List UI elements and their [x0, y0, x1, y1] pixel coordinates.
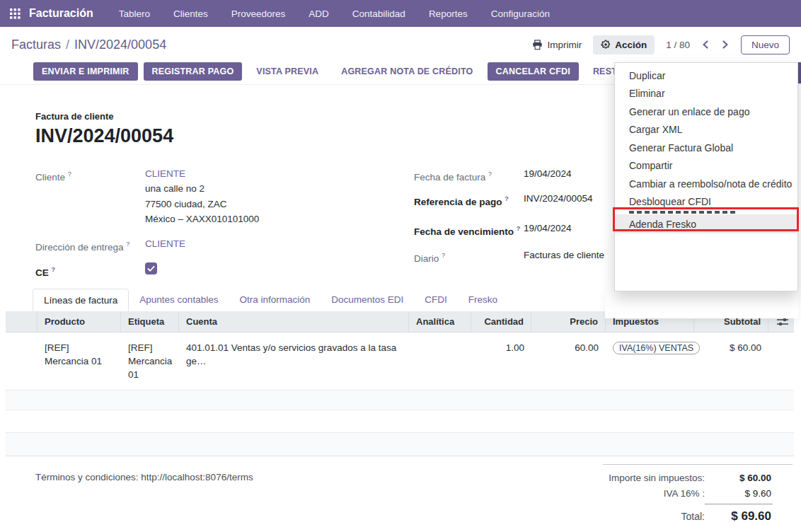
total-value: $ 69.60: [712, 509, 771, 524]
tax-pill[interactable]: IVA(16%) VENTAS: [613, 342, 700, 354]
menu-item-enlace-pago[interactable]: Generar un enlace de pago: [615, 103, 797, 121]
register-payment-button[interactable]: REGISTRAR PAGO: [144, 62, 243, 81]
menu-item-cambiar-reembolso[interactable]: Cambiar a reembolso/nota de crédito: [615, 175, 797, 193]
help-icon[interactable]: ?: [52, 266, 56, 273]
tab-cfdi[interactable]: CFDI: [414, 289, 458, 311]
cell-producto[interactable]: [REF] Mercancia 01: [38, 332, 121, 390]
chevron-left-icon: [701, 40, 710, 50]
row-handle-cell[interactable]: [6, 332, 38, 390]
send-print-button[interactable]: ENVIAR E IMPRIMIR: [33, 62, 138, 81]
help-icon[interactable]: ?: [488, 170, 492, 178]
apps-menu-button[interactable]: [10, 8, 21, 19]
direccion-entrega-label: Dirección de entrega ?: [35, 237, 145, 255]
nav-item-clientes[interactable]: Clientes: [173, 8, 208, 19]
tab-lineas-de-factura[interactable]: Líneas de factura: [33, 289, 129, 311]
pager-next-button[interactable]: [721, 40, 730, 50]
nav-item-tablero[interactable]: Tablero: [119, 8, 150, 19]
cell-precio[interactable]: 60.00: [531, 332, 606, 390]
cancel-cfdi-button[interactable]: CANCELAR CFDI: [488, 62, 579, 81]
total-label: Total:: [681, 511, 705, 522]
cell-cuenta[interactable]: 401.01.01 Ventas y/o servicios gravados …: [179, 332, 409, 390]
fecha-factura-value[interactable]: 19/04/2024: [524, 167, 572, 181]
tab-documentos-edi[interactable]: Documentos EDI: [321, 289, 414, 311]
fecha-vencimiento-value[interactable]: 19/04/2024: [524, 221, 572, 236]
breadcrumb-separator: /: [66, 37, 69, 52]
tab-apuntes-contables[interactable]: Apuntes contables: [129, 289, 229, 311]
referencia-pago-value[interactable]: INV/2024/00054: [524, 192, 593, 206]
header-etiqueta: Etiqueta: [121, 311, 179, 332]
total-separator: [705, 504, 773, 504]
nav-item-reportes[interactable]: Reportes: [429, 8, 468, 19]
tax-amount-row: IVA 16% : $ 9.60: [603, 488, 793, 499]
tax-amount-value: $ 9.60: [712, 488, 771, 499]
cell-etiqueta[interactable]: [REF] Mercancia 01: [121, 332, 179, 390]
chevron-right-icon: [721, 40, 730, 50]
address-line: una calle no 2: [145, 181, 259, 197]
print-button[interactable]: Imprimir: [532, 40, 582, 50]
untaxed-amount-label: Importe sin impuestos:: [609, 473, 705, 483]
preview-button[interactable]: VISTA PREVIA: [248, 62, 327, 81]
control-panel: Facturas/INV/2024/00054 Imprimir Acción …: [0, 27, 801, 62]
tab-otra-informacion[interactable]: Otra información: [229, 289, 321, 311]
pager-previous-button[interactable]: [701, 40, 710, 50]
obscured-menu-item[interactable]: [629, 211, 735, 214]
nav-item-add[interactable]: ADD: [309, 8, 329, 19]
menu-item-eliminar[interactable]: Eliminar: [615, 85, 797, 103]
new-button[interactable]: Nuevo: [741, 35, 790, 54]
totals-block: Importe sin impuestos: $ 60.00 IVA 16% :…: [603, 464, 793, 528]
check-icon: [147, 265, 155, 272]
total-row: Total: $ 69.60: [603, 509, 793, 524]
gear-icon: [601, 40, 611, 50]
cliente-link[interactable]: CLIENTE: [145, 167, 259, 181]
terms-link[interactable]: Términos y condiciones: http://localhost…: [35, 472, 253, 482]
action-menu-extension: [605, 291, 798, 318]
header-producto: Producto: [38, 311, 121, 332]
field-cliente: Cliente ? CLIENTE una calle no 2 77500 c…: [35, 167, 368, 227]
menu-item-cargar-xml[interactable]: Cargar XML: [615, 121, 797, 139]
cell-cantidad[interactable]: 1.00: [471, 332, 531, 390]
ce-checkbox[interactable]: [145, 262, 157, 274]
app-brand[interactable]: Facturación: [29, 7, 93, 20]
cliente-label: Cliente ?: [35, 167, 145, 185]
pager-value[interactable]: 1 / 80: [666, 40, 690, 50]
nav-item-configuracion[interactable]: Configuración: [491, 8, 550, 19]
menu-item-desbloquear-cfdi[interactable]: Desbloquear CFDI: [615, 193, 797, 212]
menu-item-factura-global[interactable]: Generar Factura Global: [615, 139, 797, 157]
nav-item-proveedores[interactable]: Proveedores: [231, 8, 286, 19]
address-line: 77500 ciudad, ZAC: [145, 197, 259, 212]
empty-row: [6, 391, 794, 410]
referencia-pago-label: Referencia de pago ?: [414, 192, 524, 209]
top-navbar: Facturación Tablero Clientes Proveedores…: [0, 0, 801, 27]
cell-analitica[interactable]: [409, 332, 471, 390]
tax-amount-label: IVA 16% :: [664, 488, 705, 499]
field-ce: CE ?: [35, 262, 368, 280]
diario-value[interactable]: Facturas de cliente: [524, 248, 604, 262]
help-icon[interactable]: ?: [442, 252, 445, 259]
help-icon[interactable]: ?: [505, 195, 509, 202]
tab-fresko[interactable]: Fresko: [458, 289, 508, 311]
menu-item-compartir[interactable]: Compartir: [615, 157, 797, 175]
invoice-line-row[interactable]: [REF] Mercancia 01 [REF] Mercancia 01 40…: [6, 332, 794, 391]
cell-options: [768, 332, 797, 390]
help-icon[interactable]: ?: [517, 225, 521, 232]
header-cantidad: Cantidad: [471, 311, 531, 332]
fecha-factura-label: Fecha de factura ?: [414, 167, 524, 185]
cell-subtotal[interactable]: $ 60.00: [694, 332, 768, 390]
menu-item-adenda-fresko[interactable]: Adenda Fresko: [615, 214, 797, 233]
credit-note-button[interactable]: AGREGAR NOTA DE CRÉDITO: [333, 62, 481, 81]
cell-impuestos: IVA(16%) VENTAS: [606, 332, 694, 390]
invoice-type-label: Factura de cliente: [35, 111, 114, 122]
breadcrumb-facturas-link[interactable]: Facturas: [11, 37, 61, 52]
header-cuenta: Cuenta: [179, 311, 409, 332]
empty-row: [6, 433, 794, 456]
address-line: México – XAXX010101000: [145, 212, 259, 227]
action-button[interactable]: Acción: [593, 35, 655, 54]
printer-icon: [532, 40, 543, 50]
menu-item-duplicar[interactable]: Duplicar: [615, 66, 797, 85]
header-precio: Precio: [531, 311, 606, 332]
help-icon[interactable]: ?: [68, 170, 71, 178]
nav-item-contabilidad[interactable]: Contabilidad: [352, 8, 405, 19]
direccion-entrega-link[interactable]: CLIENTE: [145, 237, 185, 251]
help-icon[interactable]: ?: [126, 241, 129, 248]
untaxed-amount-value: $ 60.00: [712, 473, 771, 483]
